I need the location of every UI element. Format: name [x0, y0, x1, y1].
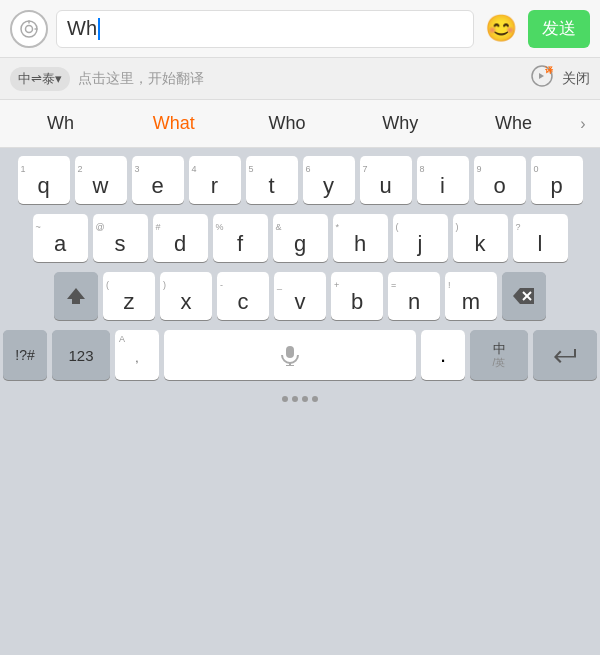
key-n[interactable]: = n	[388, 272, 440, 320]
dot-4	[312, 396, 318, 402]
key-g[interactable]: & g	[273, 214, 328, 262]
key-y[interactable]: 6 y	[303, 156, 355, 204]
translation-bar: 中⇌泰▾ 点击这里，开始翻译 译 关闭	[0, 58, 600, 100]
key-s[interactable]: @ s	[93, 214, 148, 262]
suggestion-who[interactable]: Who	[230, 105, 343, 142]
svg-text:译: 译	[545, 66, 554, 75]
language-selector[interactable]: 中⇌泰▾	[10, 67, 70, 91]
key-c[interactable]: - c	[217, 272, 269, 320]
symbol-key[interactable]: !?#	[3, 330, 47, 380]
key-x[interactable]: ) x	[160, 272, 212, 320]
svg-rect-9	[286, 346, 294, 358]
period-key[interactable]: .	[421, 330, 465, 380]
key-j[interactable]: ( j	[393, 214, 448, 262]
keyboard-row-4: !?# 123 A , . 中 /英	[3, 330, 597, 380]
translation-input[interactable]: 点击这里，开始翻译	[78, 70, 522, 88]
key-f[interactable]: % f	[213, 214, 268, 262]
bottom-bar	[0, 384, 600, 414]
key-k[interactable]: ) k	[453, 214, 508, 262]
keyboard-row-2: ~ a @ s # d % f & g * h ( j ) k	[3, 214, 597, 262]
chinese-english-key[interactable]: 中 /英	[470, 330, 528, 380]
voice-translate-button[interactable]: 译	[530, 64, 554, 94]
suggestion-wh[interactable]: Wh	[4, 105, 117, 142]
input-text: Wh	[67, 17, 97, 40]
cursor	[98, 18, 100, 40]
keyboard-switcher-dots[interactable]	[282, 396, 318, 402]
dot-3	[302, 396, 308, 402]
suggestion-whe[interactable]: Whe	[457, 105, 570, 142]
abc-special-key[interactable]: A ,	[115, 330, 159, 380]
shift-key[interactable]	[54, 272, 98, 320]
more-suggestions-icon[interactable]: ›	[570, 115, 596, 133]
top-bar: Wh 😊 发送	[0, 0, 600, 58]
close-translation-button[interactable]: 关闭	[562, 70, 590, 88]
dot-1	[282, 396, 288, 402]
emoji-button[interactable]: 😊	[482, 10, 520, 48]
key-d[interactable]: # d	[153, 214, 208, 262]
space-key[interactable]	[164, 330, 416, 380]
suggestion-why[interactable]: Why	[344, 105, 457, 142]
suggestion-what[interactable]: What	[117, 105, 230, 142]
suggestions-bar: Wh What Who Why Whe ›	[0, 100, 600, 148]
number-key[interactable]: 123	[52, 330, 110, 380]
keyboard-row-1: 1 q 2 w 3 e 4 r 5 t 6 y 7 u 8 i	[3, 156, 597, 204]
key-m[interactable]: ! m	[445, 272, 497, 320]
key-b[interactable]: + b	[331, 272, 383, 320]
svg-point-1	[26, 25, 33, 32]
svg-marker-6	[67, 288, 85, 304]
return-icon	[552, 345, 578, 365]
key-l[interactable]: ? l	[513, 214, 568, 262]
key-z[interactable]: ( z	[103, 272, 155, 320]
microphone-icon	[279, 344, 301, 366]
text-input[interactable]: Wh	[56, 10, 474, 48]
key-w[interactable]: 2 w	[75, 156, 127, 204]
delete-key[interactable]	[502, 272, 546, 320]
return-key[interactable]	[533, 330, 597, 380]
key-v[interactable]: _ v	[274, 272, 326, 320]
key-q[interactable]: 1 q	[18, 156, 70, 204]
keyboard: 1 q 2 w 3 e 4 r 5 t 6 y 7 u 8 i	[0, 148, 600, 384]
dot-2	[292, 396, 298, 402]
voice-input-button[interactable]	[10, 10, 48, 48]
keyboard-row-3: ( z ) x - c _ v + b = n ! m	[3, 272, 597, 320]
key-u[interactable]: 7 u	[360, 156, 412, 204]
key-p[interactable]: 0 p	[531, 156, 583, 204]
key-h[interactable]: * h	[333, 214, 388, 262]
key-e[interactable]: 3 e	[132, 156, 184, 204]
key-o[interactable]: 9 o	[474, 156, 526, 204]
key-r[interactable]: 4 r	[189, 156, 241, 204]
key-a[interactable]: ~ a	[33, 214, 88, 262]
key-t[interactable]: 5 t	[246, 156, 298, 204]
key-i[interactable]: 8 i	[417, 156, 469, 204]
send-button[interactable]: 发送	[528, 10, 590, 48]
